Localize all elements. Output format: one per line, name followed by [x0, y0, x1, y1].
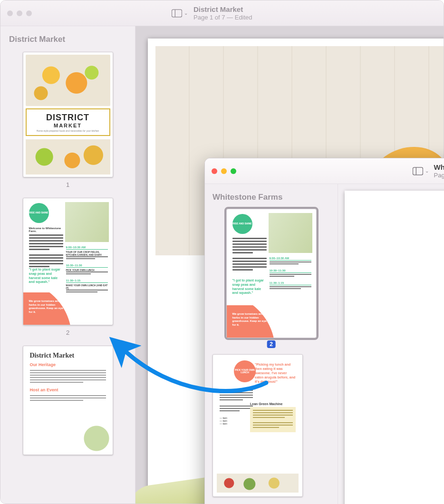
sidebar-icon — [413, 167, 423, 175]
coral-footer-text: We grow tomatoes and micro herbs in our … — [29, 300, 72, 314]
chevron-down-icon: ⌄ — [425, 168, 429, 174]
close-icon[interactable] — [212, 168, 217, 174]
page-2-canvas[interactable] — [345, 191, 444, 504]
schedule-time-3: 11:30–1:15 — [270, 281, 311, 285]
thumbnail-sidebar-front[interactable]: Whitestone Farms RISE AND SHINE "I got t… — [205, 184, 338, 504]
document-canvas-front[interactable] — [338, 184, 444, 504]
document-title: District Market — [193, 5, 252, 14]
schedule-time-2: 10:30–11:30 — [270, 269, 311, 273]
traffic-lights-inactive[interactable] — [7, 10, 32, 16]
sidebar-toggle-button-front[interactable]: ⌄ — [413, 167, 429, 175]
thumbnail-sidebar-main[interactable]: District Market DISTRICT MARKET Home-sty… — [0, 26, 135, 504]
pull-quote: "I got to plant sugar snap peas and harv… — [29, 268, 64, 284]
page-thumbnail-3[interactable]: District Market Our Heritage Host an Eve… — [23, 346, 113, 455]
page-thumbnail-2-selected[interactable]: RISE AND SHINE "I got to plant sugar sna… — [226, 209, 317, 338]
document-subtitle: Page 1 of 7 — Edited — [193, 14, 252, 21]
chevron-down-icon: ⌄ — [184, 10, 188, 16]
document-title-block-front[interactable]: Whitestone Fa Page 2 of 5 — [434, 163, 444, 179]
cover-brand-line2: MARKET — [54, 123, 82, 128]
titlebar-front: ⌄ Whitestone Fa Page 2 of 5 — [205, 158, 444, 184]
thumbnail-photo — [65, 202, 109, 242]
recipe-card — [250, 407, 296, 432]
p3-title: District Market — [30, 352, 106, 359]
badge-rise-and-shine: RISE AND SHINE — [232, 214, 252, 234]
pull-quote: "I got to plant sugar snap peas and harv… — [232, 279, 268, 295]
vegetable-image — [83, 425, 110, 452]
page-thumbnail-2-label: 2 — [66, 329, 69, 336]
sidebar-toggle-button[interactable]: ⌄ — [172, 9, 188, 18]
recipe-title: Lean Green Machine — [250, 402, 296, 406]
zoom-icon[interactable] — [231, 168, 236, 174]
traffic-lights-active[interactable] — [212, 168, 236, 174]
pull-quote-coral: "Picking my lunch and then eating it was… — [255, 362, 296, 384]
page-thumbnail-1-label: 1 — [66, 181, 69, 188]
document-subtitle-front: Page 2 of 5 — [434, 172, 444, 179]
minimize-icon[interactable] — [221, 168, 227, 174]
food-strip-image — [217, 474, 299, 493]
selected-page-badge: 2 — [267, 340, 276, 348]
page-thumbnail-1[interactable]: DISTRICT MARKET Home-style prepared food… — [23, 52, 113, 177]
schedule-title-3: MAKE YOUR OWN LUNCH (AND EAT IT) — [66, 284, 108, 290]
page-thumbnail-3-front[interactable]: PICK YOUR OWN LUNCH "Picking my lunch an… — [212, 354, 303, 497]
schedule-time-2: 10:30–11:30 — [66, 264, 108, 268]
p3-heading-2: Host an Event — [30, 388, 106, 392]
document-title-front: Whitestone Fa — [434, 163, 444, 172]
sidebar-icon — [172, 9, 182, 18]
sidebar-title-front: Whitestone Farms — [212, 193, 330, 202]
cover-tagline: Home-style prepared foods and necessitie… — [37, 129, 99, 132]
thumbnail-photo — [269, 213, 312, 253]
page-thumbnail-2[interactable]: RISE AND SHINE Welcome to Whitestone Far… — [23, 198, 113, 325]
schedule-time-3: 11:30–1:15 — [66, 279, 108, 283]
document-title-block[interactable]: District Market Page 1 of 7 — Edited — [193, 5, 252, 21]
badge-pick-your-own-lunch: PICK YOUR OWN LUNCH — [234, 360, 256, 382]
sidebar-title: District Market — [9, 35, 126, 44]
schedule-time-1: 9:00–10:30 AM — [66, 246, 108, 250]
svg-rect-0 — [172, 10, 182, 17]
intro-heading: Welcome to Whitestone Farm. — [29, 227, 63, 233]
window-whitestone-farms: ⌄ Whitestone Fa Page 2 of 5 Whitestone F… — [204, 158, 444, 504]
svg-rect-2 — [413, 167, 423, 175]
badge-rise-and-shine: RISE AND SHINE — [29, 203, 49, 223]
titlebar-main: ⌄ District Market Page 1 of 7 — Edited — [0, 0, 444, 26]
coral-footer-text: We grow tomatoes and micro herbs in our … — [232, 312, 275, 327]
schedule-time-1: 9:00–10:30 AM — [270, 257, 311, 261]
schedule-title-1: TOUR OF OUR CROP FIELDS, KITCHEN GARDEN,… — [66, 251, 108, 256]
p3-heading: Our Heritage — [30, 362, 106, 367]
cover-brand-line1: DISTRICT — [46, 113, 89, 123]
